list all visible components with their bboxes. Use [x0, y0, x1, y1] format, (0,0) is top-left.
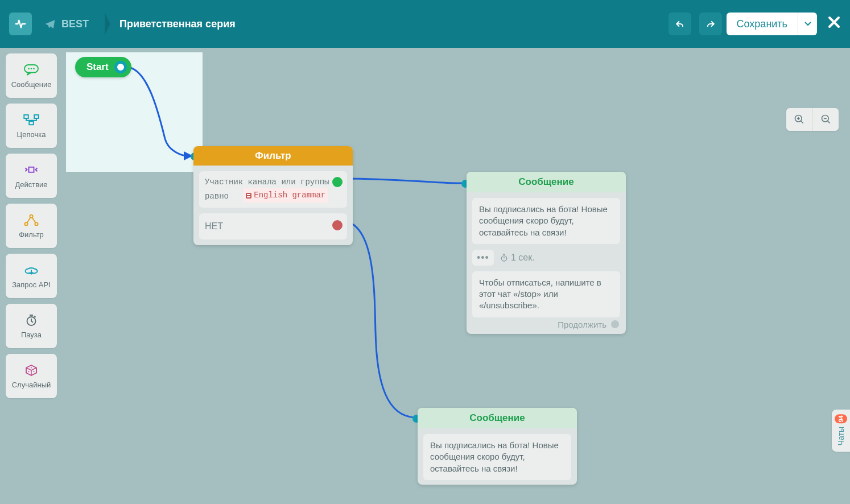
filter-node-title: Фильтр — [193, 146, 353, 166]
filter-channel-tag: English grammar — [243, 188, 328, 202]
start-output-port[interactable] — [114, 61, 127, 73]
msg1-title: Сообщение — [467, 172, 626, 192]
save-dropdown[interactable] — [798, 13, 817, 35]
msg1-delay-row: ••• 1 сек. — [472, 250, 620, 266]
header: BEST Приветственная серия Сохранить — [0, 0, 850, 48]
svg-point-15 — [30, 214, 32, 217]
filter-icon — [23, 213, 40, 227]
zoom-in-button[interactable] — [786, 108, 812, 131]
filter-rule-op: равно — [205, 192, 229, 201]
msg1-continue-port[interactable] — [611, 320, 619, 328]
zoom-controls — [786, 108, 839, 131]
api-icon — [23, 263, 40, 277]
tool-chain[interactable]: Цепочка — [6, 104, 57, 148]
message-node-1[interactable]: Сообщение Вы подписались на бота! Новые … — [467, 172, 626, 334]
tool-random[interactable]: Случайный — [6, 354, 57, 398]
tool-random-label: Случайный — [12, 381, 51, 389]
random-icon — [23, 363, 40, 377]
chain-icon — [23, 113, 40, 127]
telegram-icon — [44, 18, 56, 30]
zoom-out-button[interactable] — [812, 108, 839, 131]
canvas[interactable]: Start Фильтр Участник канала или группы … — [0, 48, 850, 504]
svg-rect-13 — [29, 121, 34, 125]
filter-rule-no[interactable]: НЕТ — [199, 213, 347, 239]
pulse-icon — [14, 18, 27, 30]
undo-icon — [674, 18, 686, 30]
tool-message[interactable]: Сообщение — [6, 53, 57, 98]
tool-pause[interactable]: Пауза — [6, 304, 57, 348]
svg-rect-11 — [24, 115, 28, 118]
msg2-title: Сообщение — [418, 408, 577, 428]
tool-filter[interactable]: Фильтр — [6, 204, 57, 248]
tool-pause-label: Пауза — [21, 331, 42, 339]
msg2-text1: Вы подписались на бота! Новые сообщения … — [423, 434, 571, 480]
svg-rect-1 — [246, 193, 251, 199]
svg-point-17 — [35, 222, 38, 225]
message-node-2[interactable]: Сообщение Вы подписались на бота! Новые … — [418, 408, 577, 485]
stopwatch-icon — [500, 253, 509, 262]
svg-point-16 — [24, 222, 27, 225]
msg1-continue-label: Продолжить — [558, 320, 606, 329]
redo-icon — [705, 18, 716, 30]
start-node[interactable]: Start — [75, 57, 131, 77]
caret-down-icon — [804, 22, 811, 26]
svg-point-10 — [33, 68, 35, 69]
tool-palette: Сообщение Цепочка Действие Фильтр Запрос… — [6, 53, 57, 398]
filter-no-label: НЕТ — [205, 221, 223, 231]
close-icon — [827, 15, 841, 29]
close-button[interactable] — [827, 15, 841, 33]
breadcrumb-bot[interactable]: BEST — [36, 13, 97, 35]
tool-chain-label: Цепочка — [17, 130, 46, 139]
tool-action-label: Действие — [15, 180, 47, 189]
redo-button[interactable] — [699, 13, 722, 35]
svg-point-19 — [28, 371, 30, 372]
filter-no-port[interactable] — [332, 220, 343, 230]
channel-icon — [245, 192, 252, 199]
tool-message-label: Сообщение — [11, 80, 52, 89]
svg-rect-3 — [247, 196, 250, 197]
zoom-in-icon — [794, 114, 805, 125]
typing-icon: ••• — [472, 250, 494, 266]
svg-point-8 — [28, 68, 30, 69]
svg-point-20 — [34, 371, 35, 372]
svg-rect-12 — [34, 115, 39, 118]
breadcrumb-bot-label: BEST — [61, 18, 89, 30]
save-button[interactable]: Сохранить — [727, 13, 817, 35]
undo-button[interactable] — [669, 13, 691, 35]
svg-point-21 — [31, 367, 32, 368]
start-node-label: Start — [86, 61, 109, 73]
svg-rect-14 — [29, 167, 34, 172]
breadcrumb-flow-label: Приветственная серия — [119, 18, 236, 30]
action-icon — [23, 163, 40, 177]
tool-filter-label: Фильтр — [19, 230, 44, 239]
breadcrumb-flow[interactable]: Приветственная серия — [112, 13, 244, 35]
msg1-delay-label: 1 сек. — [511, 253, 535, 263]
tool-api-label: Запрос API — [12, 280, 51, 289]
pause-icon — [23, 313, 40, 327]
zoom-out-icon — [820, 114, 832, 125]
filter-rule-yes[interactable]: Участник канала или группы равно English… — [199, 171, 347, 208]
filter-node[interactable]: Фильтр Участник канала или группы равно … — [193, 146, 353, 245]
tool-action[interactable]: Действие — [6, 154, 57, 198]
msg1-text2: Чтобы отписаться, напишите в этот чат «/… — [472, 271, 620, 317]
svg-point-9 — [31, 68, 32, 69]
filter-rule-attr: Участник канала или группы — [205, 176, 341, 188]
breadcrumb-separator-icon — [105, 13, 110, 35]
chats-tab[interactable]: 94 Чаты — [832, 410, 850, 452]
logo-button[interactable] — [9, 13, 32, 35]
chats-tab-label: Чаты — [836, 427, 845, 445]
filter-yes-port[interactable] — [332, 177, 343, 187]
msg1-text1: Вы подписались на бота! Новые сообщения … — [472, 198, 620, 244]
tool-api[interactable]: Запрос API — [6, 254, 57, 298]
save-button-label: Сохранить — [727, 18, 798, 30]
svg-rect-2 — [247, 194, 250, 195]
message-icon — [23, 63, 40, 77]
chats-count-badge: 94 — [835, 414, 847, 423]
